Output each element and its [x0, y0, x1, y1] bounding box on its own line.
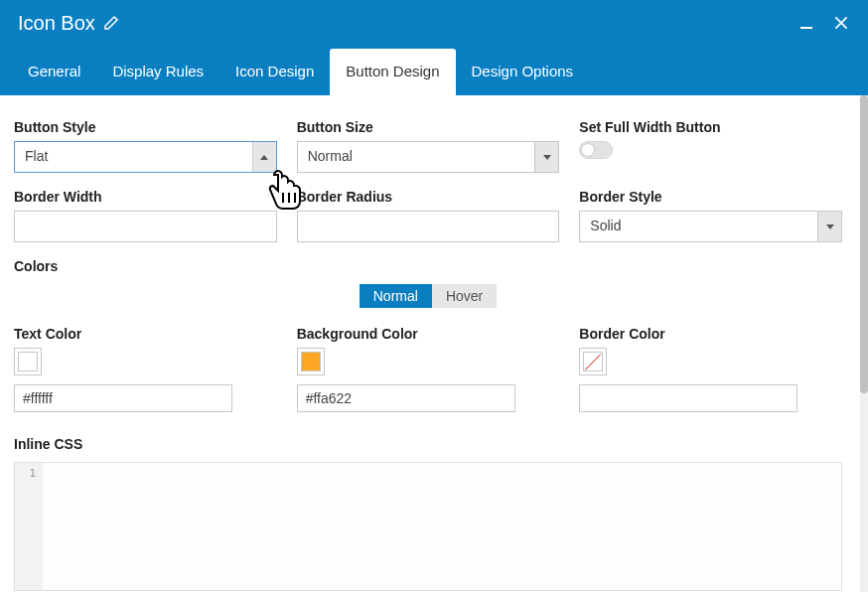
- state-tabs: Normal Hover: [14, 284, 842, 308]
- inline-css-label: Inline CSS: [14, 436, 842, 452]
- button-size-label: Button Size: [297, 119, 560, 135]
- inline-css-editor[interactable]: 1: [14, 462, 842, 591]
- editor-body[interactable]: [43, 463, 841, 590]
- border-width-input[interactable]: [14, 211, 277, 242]
- tab-general[interactable]: General: [12, 49, 96, 95]
- swatch-preview: [18, 352, 38, 371]
- state-tab-hover[interactable]: Hover: [432, 284, 497, 308]
- border-color-label: Border Color: [579, 326, 842, 342]
- border-style-label: Border Style: [579, 189, 842, 205]
- button-style-toggle[interactable]: [252, 142, 276, 172]
- tab-icon-design[interactable]: Icon Design: [219, 49, 330, 95]
- button-size-value: Normal: [298, 142, 535, 172]
- border-color-input[interactable]: [579, 384, 797, 412]
- close-icon[interactable]: [832, 14, 850, 32]
- bg-color-label: Background Color: [297, 326, 560, 342]
- vertical-scrollbar[interactable]: [860, 95, 868, 592]
- svg-rect-0: [800, 27, 812, 29]
- swatch-preview: [301, 352, 321, 371]
- scroll-thumb[interactable]: [860, 95, 868, 393]
- border-style-toggle[interactable]: [817, 212, 841, 241]
- border-radius-input[interactable]: [297, 211, 560, 242]
- edit-icon[interactable]: [103, 15, 119, 31]
- border-width-label: Border Width: [14, 189, 277, 205]
- button-style-select[interactable]: Flat: [14, 141, 277, 173]
- state-tab-normal[interactable]: Normal: [360, 284, 432, 308]
- tab-design-options[interactable]: Design Options: [456, 49, 590, 95]
- button-size-select[interactable]: Normal: [297, 141, 560, 173]
- chevron-down-icon: [826, 224, 834, 229]
- chevron-down-icon: [543, 155, 551, 160]
- editor-gutter: 1: [15, 463, 43, 590]
- text-color-swatch[interactable]: [14, 348, 42, 375]
- toggle-knob: [581, 143, 595, 157]
- border-radius-label: Border Radius: [297, 189, 560, 205]
- swatch-preview-empty: [583, 352, 603, 371]
- chevron-up-icon: [260, 155, 268, 160]
- button-style-label: Button Style: [14, 119, 277, 135]
- full-width-toggle[interactable]: [579, 141, 613, 159]
- border-style-value: Solid: [580, 212, 817, 241]
- full-width-label: Set Full Width Button: [579, 119, 842, 135]
- modal-title: Icon Box: [18, 12, 95, 35]
- colors-heading: Colors: [14, 258, 842, 274]
- bg-color-swatch[interactable]: [297, 348, 325, 375]
- tab-bar: General Display Rules Icon Design Button…: [0, 46, 868, 95]
- panel-body: Button Style Flat Button Size Normal Set…: [0, 95, 860, 592]
- bg-color-input[interactable]: [297, 384, 515, 412]
- minimize-icon[interactable]: [798, 15, 814, 31]
- border-style-select[interactable]: Solid: [579, 211, 842, 242]
- text-color-label: Text Color: [14, 326, 277, 342]
- modal-header: Icon Box: [0, 0, 868, 46]
- border-color-swatch[interactable]: [579, 348, 607, 375]
- button-style-value: Flat: [15, 142, 252, 172]
- tab-display-rules[interactable]: Display Rules: [96, 49, 219, 95]
- tab-button-design[interactable]: Button Design: [330, 49, 455, 95]
- button-size-toggle[interactable]: [534, 142, 558, 172]
- text-color-input[interactable]: [14, 384, 232, 412]
